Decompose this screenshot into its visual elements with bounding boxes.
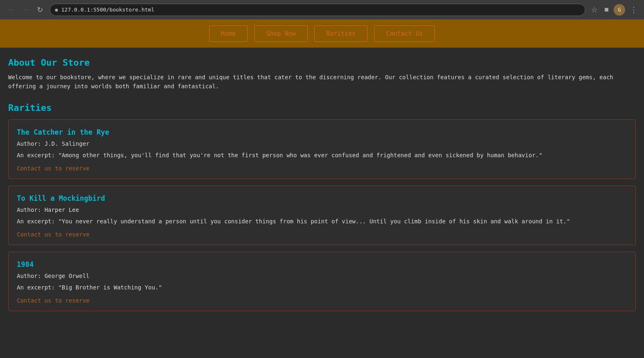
browser-actions: ☆ ■ G ⋮ <box>589 4 639 16</box>
about-section: About Our Store Welcome to our bookstore… <box>8 57 636 91</box>
reserve-link-1984[interactable]: Contact us to reserve <box>17 297 89 304</box>
url-text: 127.0.0.1:5500/bookstore.html <box>61 7 154 13</box>
book-card-mockingbird: To Kill a Mockingbird Author: Harper Lee… <box>8 186 636 245</box>
navbar: Home Shop Now Rarities Contact Us <box>0 20 644 48</box>
profile-avatar[interactable]: G <box>614 4 625 16</box>
reserve-link-catcher[interactable]: Contact us to reserve <box>17 165 89 172</box>
book-excerpt-1984: An excerpt: "Big Brother is Watching You… <box>17 283 627 292</box>
extensions-button[interactable]: ■ <box>603 4 610 16</box>
book-card-catcher: The Catcher in the Rye Author: J.D. Sali… <box>8 119 636 179</box>
address-bar[interactable]: ● 127.0.0.1:5500/bookstore.html <box>50 4 585 16</box>
back-button[interactable]: ← <box>5 4 17 16</box>
book-title-mockingbird: To Kill a Mockingbird <box>17 194 627 202</box>
nav-buttons: ← → ↻ <box>5 4 46 16</box>
book-author-catcher: Author: J.D. Salinger <box>17 140 627 147</box>
reserve-link-mockingbird[interactable]: Contact us to reserve <box>17 231 89 238</box>
book-author-mockingbird: Author: Harper Lee <box>17 207 627 213</box>
nav-rarities[interactable]: Rarities <box>314 25 368 42</box>
book-author-1984: Author: George Orwell <box>17 273 627 279</box>
main-content: About Our Store Welcome to our bookstore… <box>0 48 644 328</box>
nav-shop-now[interactable]: Shop Now <box>254 25 308 42</box>
lock-icon: ● <box>55 7 58 13</box>
nav-contact-us[interactable]: Contact Us <box>374 25 435 42</box>
book-title-catcher: The Catcher in the Rye <box>17 128 627 136</box>
reload-button[interactable]: ↻ <box>34 4 46 16</box>
bookmark-button[interactable]: ☆ <box>589 4 599 16</box>
nav-home[interactable]: Home <box>209 25 248 42</box>
book-card-1984: 1984 Author: George Orwell An excerpt: "… <box>8 252 636 311</box>
about-text: Welcome to our bookstore, where we speci… <box>8 73 636 91</box>
menu-button[interactable]: ⋮ <box>628 4 639 16</box>
about-title: About Our Store <box>8 57 636 68</box>
rarities-title: Rarities <box>8 103 636 113</box>
book-excerpt-mockingbird: An excerpt: "You never really understand… <box>17 217 627 226</box>
browser-chrome: ← → ↻ ● 127.0.0.1:5500/bookstore.html ☆ … <box>0 0 644 20</box>
book-excerpt-catcher: An excerpt: "Among other things, you'll … <box>17 151 627 160</box>
forward-button[interactable]: → <box>20 4 32 16</box>
rarities-section: Rarities The Catcher in the Rye Author: … <box>8 103 636 311</box>
book-title-1984: 1984 <box>17 260 627 268</box>
